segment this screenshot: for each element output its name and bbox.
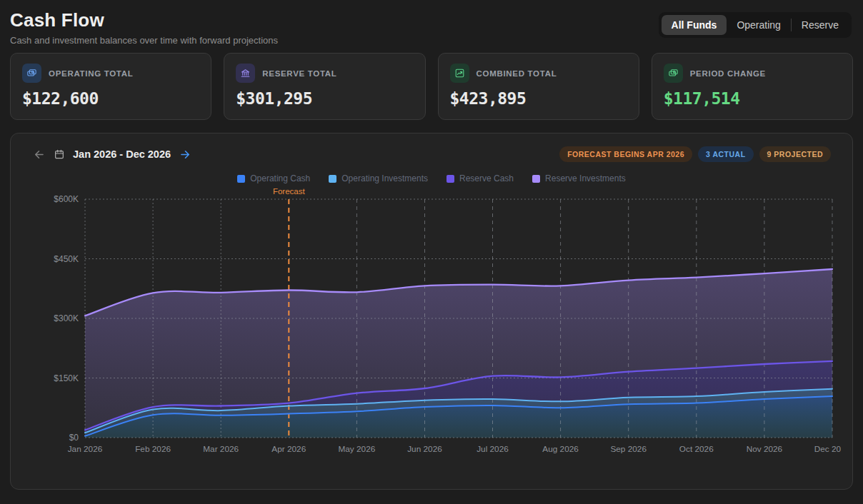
stat-icon-chip — [22, 64, 41, 83]
svg-text:$0: $0 — [69, 433, 79, 443]
stat-value: $423,895 — [450, 89, 627, 108]
stat-value: $117,514 — [664, 89, 841, 108]
stat-label: PERIOD CHANGE — [690, 69, 766, 78]
tab-all-funds[interactable]: All Funds — [662, 15, 727, 35]
legend-label: Operating Investments — [341, 173, 428, 183]
stat-label: OPERATING TOTAL — [49, 69, 133, 78]
legend-swatch — [329, 175, 336, 183]
chart-svg[interactable]: Forecast$0$150K$300K$450K$600KJan 2026Fe… — [22, 185, 841, 458]
badge-9-projected: 9 PROJECTED — [759, 146, 831, 162]
tab-reserve[interactable]: Reserve — [792, 15, 849, 35]
stat-label: RESERVE TOTAL — [262, 69, 336, 78]
y-axis-labels: $0$150K$300K$450K$600K — [54, 194, 79, 443]
svg-text:Jul 2026: Jul 2026 — [477, 444, 509, 454]
svg-text:Feb 2026: Feb 2026 — [135, 444, 171, 454]
svg-text:$600K: $600K — [54, 194, 79, 204]
cashflow-chart[interactable]: Forecast$0$150K$300K$450K$600KJan 2026Fe… — [22, 185, 841, 458]
banknotes-icon — [668, 68, 679, 79]
svg-text:May 2026: May 2026 — [338, 444, 375, 454]
stat-card-period-change: PERIOD CHANGE $117,514 — [652, 53, 853, 120]
legend-item-operating-investments[interactable]: Operating Investments — [329, 173, 428, 183]
x-axis-labels: Jan 2026Feb 2026Mar 2026Apr 2026May 2026… — [68, 444, 841, 454]
stat-card-reserve-total: RESERVE TOTAL $301,295 — [224, 53, 425, 120]
svg-text:Jun 2026: Jun 2026 — [407, 444, 442, 454]
legend-item-reserve-cash[interactable]: Reserve Cash — [447, 173, 514, 183]
legend-swatch — [447, 175, 454, 183]
legend-label: Reserve Investments — [545, 173, 626, 183]
stat-icon-chip — [450, 64, 469, 83]
svg-text:$450K: $450K — [54, 254, 79, 264]
status-badges: FORECAST BEGINS APR 20263 ACTUAL9 PROJEC… — [559, 146, 831, 162]
stat-icon-chip — [236, 64, 255, 83]
legend-item-reserve-investments[interactable]: Reserve Investments — [532, 173, 626, 183]
svg-text:Dec 2026: Dec 2026 — [814, 444, 841, 454]
badge-3-actual: 3 ACTUAL — [698, 146, 754, 162]
page-subtitle: Cash and investment balances over time w… — [10, 35, 278, 46]
tab-operating[interactable]: Operating — [727, 15, 790, 35]
stat-icon-chip — [664, 64, 683, 83]
banknotes-icon — [26, 68, 37, 79]
svg-text:$300K: $300K — [54, 313, 79, 323]
stat-value: $122,600 — [22, 89, 199, 108]
svg-text:Apr 2026: Apr 2026 — [271, 444, 306, 454]
legend-item-operating-cash[interactable]: Operating Cash — [237, 173, 310, 183]
fund-scope-tabs: All FundsOperatingReserve — [659, 12, 852, 38]
chart-up-icon — [454, 68, 465, 79]
date-navigation: Jan 2026 - Dec 2026 — [32, 148, 192, 161]
arrow-right-icon — [179, 148, 192, 161]
stat-card-header: PERIOD CHANGE — [664, 64, 841, 83]
svg-text:Sep 2026: Sep 2026 — [610, 444, 647, 454]
next-period-button[interactable] — [179, 148, 192, 161]
page-title: Cash Flow — [10, 9, 278, 31]
stat-card-header: COMBINED TOTAL — [450, 64, 627, 83]
svg-text:Jan 2026: Jan 2026 — [68, 444, 103, 454]
prev-period-button[interactable] — [32, 148, 46, 161]
svg-text:Mar 2026: Mar 2026 — [203, 444, 239, 454]
legend-swatch — [237, 175, 245, 183]
svg-text:Oct 2026: Oct 2026 — [679, 444, 714, 454]
stats-row: OPERATING TOTAL $122,600 RESERVE TOTAL $… — [0, 53, 863, 120]
date-range-label: Jan 2026 - Dec 2026 — [73, 148, 171, 160]
legend-label: Reserve Cash — [459, 173, 514, 183]
chart-header: Jan 2026 - Dec 2026 FORECAST BEGINS APR … — [22, 142, 841, 162]
stat-card-combined-total: COMBINED TOTAL $423,895 — [438, 53, 639, 120]
stat-value: $301,295 — [236, 89, 413, 108]
title-block: Cash Flow Cash and investment balances o… — [10, 9, 278, 46]
chart-legend: Operating CashOperating InvestmentsReser… — [22, 173, 841, 183]
stat-label: COMBINED TOTAL — [477, 69, 557, 78]
legend-label: Operating Cash — [250, 173, 310, 183]
svg-text:Aug 2026: Aug 2026 — [542, 444, 579, 454]
bank-icon — [240, 68, 251, 79]
legend-swatch — [532, 175, 540, 183]
chart-panel: Jan 2026 - Dec 2026 FORECAST BEGINS APR … — [10, 133, 853, 490]
stat-card-header: RESERVE TOTAL — [236, 64, 413, 83]
arrow-left-icon — [32, 148, 46, 161]
svg-text:$150K: $150K — [54, 373, 79, 383]
forecast-label: Forecast — [273, 187, 306, 196]
svg-text:Nov 2026: Nov 2026 — [747, 444, 783, 454]
calendar-icon — [54, 148, 65, 160]
stat-card-operating-total: OPERATING TOTAL $122,600 — [10, 53, 211, 120]
stat-card-header: OPERATING TOTAL — [22, 64, 199, 83]
page-header: Cash Flow Cash and investment balances o… — [0, 0, 863, 53]
badge-forecast-begins-apr-2026: FORECAST BEGINS APR 2026 — [559, 146, 692, 162]
